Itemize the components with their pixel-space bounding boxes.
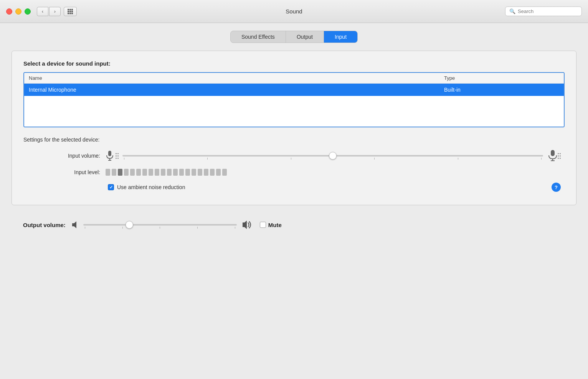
output-slider-ticks [83,227,237,229]
output-volume-slider[interactable] [83,219,237,231]
table-row[interactable]: Internal Microphone Built-in [24,84,564,96]
input-volume-slider[interactable] [122,150,543,161]
input-level-label: Input level: [39,169,100,175]
level-bar-10 [161,169,165,176]
mic-small-icon [106,150,114,161]
search-input[interactable] [518,8,578,14]
main-content: Sound Effects Output Input Select a devi… [0,23,588,379]
col-type-header: Type [444,75,559,81]
level-bar-7 [142,169,147,176]
tab-input[interactable]: Input [324,31,357,43]
mute-checkbox[interactable] [260,222,266,228]
traffic-lights [6,8,31,15]
level-bar-1 [106,169,110,176]
bottom-bar: Output volume: Mute [12,213,576,237]
tab-bar: Sound Effects Output Input [230,31,358,43]
input-level-bars [106,169,227,176]
level-bar-19 [216,169,221,176]
level-bar-20 [222,169,227,176]
level-bar-8 [149,169,153,176]
level-bar-14 [185,169,190,176]
level-bar-11 [167,169,172,176]
input-volume-track [122,155,543,157]
level-bar-12 [173,169,178,176]
nav-buttons: ‹ › [37,7,61,16]
ambient-noise-label: Use ambient noise reduction [117,184,185,190]
speaker-low-icon [71,220,80,229]
input-volume-label: Input volume: [39,153,100,159]
col-name-header: Name [29,75,444,81]
table-header: Name Type [24,73,564,84]
title-bar: ‹ › Sound 🔍 [0,0,588,23]
forward-button[interactable]: › [49,7,61,16]
level-bar-2 [112,169,116,176]
svg-marker-7 [243,221,247,229]
level-bar-3 [118,169,122,176]
svg-rect-0 [108,151,111,156]
level-bar-9 [155,169,159,176]
level-bar-13 [179,169,184,176]
close-button[interactable] [6,8,12,15]
device-table: Name Type Internal Microphone Built-in [23,72,565,127]
mic-dots-large [558,153,561,159]
help-button[interactable]: ? [552,183,561,192]
back-button[interactable]: ‹ [37,7,48,16]
output-volume-label: Output volume: [23,222,66,228]
grid-view-button[interactable] [64,7,77,16]
tab-output[interactable]: Output [286,31,324,43]
search-icon: 🔍 [509,8,515,14]
level-bar-16 [198,169,202,176]
tab-sound-effects[interactable]: Sound Effects [231,31,286,43]
table-empty-area [24,96,564,127]
mute-label: Mute [268,222,282,228]
output-volume-track [83,224,237,226]
level-bar-5 [130,169,135,176]
settings-section-label: Settings for the selected device: [23,137,565,143]
mic-large-icon [548,150,558,162]
svg-rect-3 [551,150,555,156]
svg-marker-6 [72,221,76,228]
speaker-high-icon [241,219,254,230]
maximize-button[interactable] [25,8,31,15]
level-bar-6 [136,169,141,176]
minimize-button[interactable] [15,8,21,15]
slider-ticks [122,158,543,160]
input-volume-row: Input volume: [23,150,565,162]
window-title: Sound [286,8,302,15]
input-level-row: Input level: [23,169,565,176]
level-bar-15 [192,169,196,176]
device-name: Internal Microphone [29,87,444,93]
device-type: Built-in [444,87,559,93]
level-bar-18 [210,169,215,176]
grid-icon [68,9,73,14]
mic-dots-small [116,153,119,159]
level-bar-17 [204,169,208,176]
search-box[interactable]: 🔍 [505,7,582,16]
checkmark-icon: ✓ [109,185,113,190]
settings-panel: Select a device for sound input: Name Ty… [12,51,576,205]
tabs-container: Sound Effects Output Input [12,31,576,43]
device-section-label: Select a device for sound input: [23,60,565,67]
ambient-noise-checkbox[interactable]: ✓ [108,184,114,190]
level-bar-4 [124,169,129,176]
